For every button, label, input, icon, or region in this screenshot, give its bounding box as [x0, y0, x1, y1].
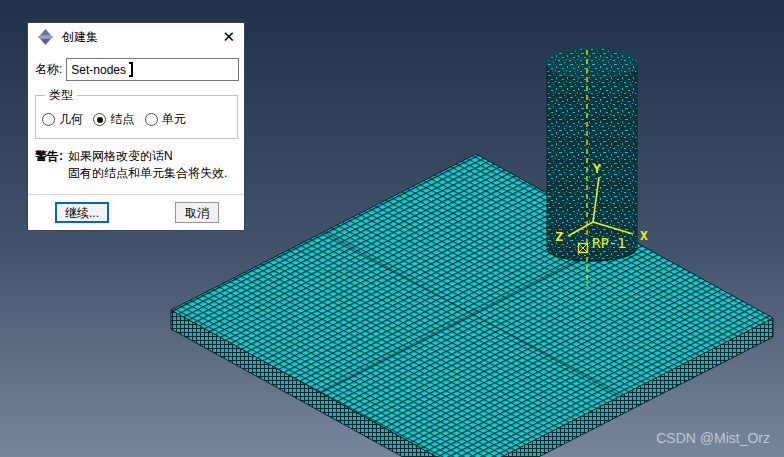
radio-geometry[interactable]: 几何 [42, 111, 83, 128]
name-label: 名称: [35, 61, 62, 78]
text-cursor-icon [127, 62, 135, 77]
radio-element[interactable]: 单元 [145, 111, 186, 128]
abaqus-compass-icon [38, 29, 53, 45]
dialog-titlebar[interactable]: 创建集 ✕ [28, 23, 244, 48]
radio-geometry-circle[interactable] [42, 113, 55, 126]
set-name-input[interactable]: Set-nodes [66, 58, 239, 81]
type-legend: 类型 [45, 87, 77, 104]
radio-geometry-label: 几何 [59, 111, 83, 128]
warning-line-1: 如果网格改变的话N [68, 148, 227, 165]
close-icon[interactable]: ✕ [222, 30, 235, 44]
set-name-value: Set-nodes [71, 63, 126, 77]
warning-text: 如果网格改变的话N 固有的结点和单元集合将失效. [68, 148, 227, 182]
z-axis-label: Z [555, 229, 563, 244]
cylinder-top-face[interactable] [547, 48, 637, 78]
radio-node[interactable]: 结点 [93, 111, 134, 128]
type-groupbox: 类型 几何 结点 单元 [35, 87, 238, 139]
watermark-text: CSDN @Mist_Orz [656, 430, 770, 446]
y-axis-label: Y [593, 161, 601, 176]
radio-element-circle[interactable] [145, 113, 158, 126]
continue-button[interactable]: 继续... [55, 202, 109, 223]
rp-label: RP-1 [592, 235, 626, 251]
radio-element-label: 单元 [162, 111, 186, 128]
cancel-button[interactable]: 取消 [175, 202, 219, 223]
name-row: 名称: Set-nodes [35, 58, 239, 81]
x-axis-label: X [640, 228, 648, 243]
warning-block: 警告: 如果网格改变的话N 固有的结点和单元集合将失效. [35, 148, 238, 182]
warning-line-2: 固有的结点和单元集合将失效. [68, 165, 227, 182]
radio-node-label: 结点 [110, 111, 134, 128]
create-set-dialog: 创建集 ✕ 名称: Set-nodes 类型 几何 结点 单元 [27, 22, 245, 231]
abaqus-cae-screen: Y X Z RP-1 CSDN @Mist_Orz 创建集 ✕ 名称: [0, 0, 784, 457]
warning-label: 警告: [35, 148, 63, 182]
dialog-title: 创建集 [62, 29, 98, 46]
dialog-button-row: 继续... 取消 [28, 194, 244, 223]
radio-node-circle[interactable] [93, 113, 106, 126]
